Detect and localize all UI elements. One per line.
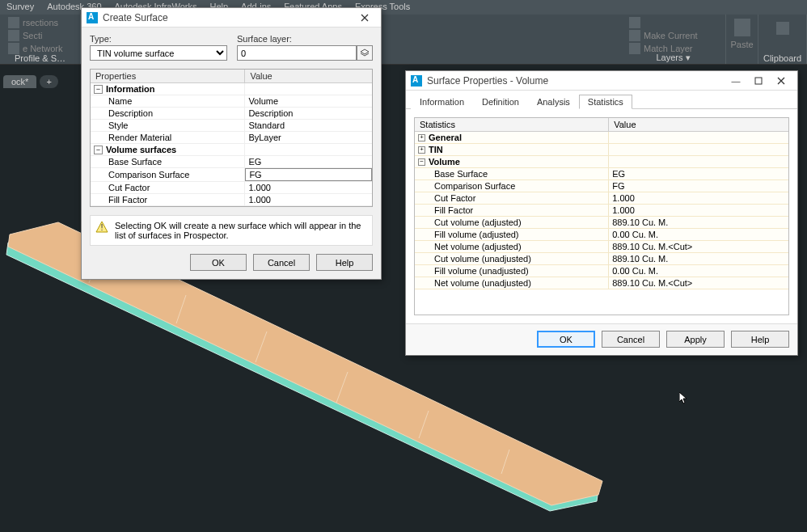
- stat-value: FG: [609, 180, 788, 192]
- clipboard-button[interactable]: [763, 21, 801, 36]
- grid-row[interactable]: Cut Factor1.000: [91, 182, 372, 194]
- col-value: Value: [245, 70, 372, 82]
- surface-layer-input[interactable]: [237, 45, 357, 61]
- stat-value: 889.10 Cu. M.<Cut>: [609, 241, 788, 252]
- grid-group[interactable]: +TIN: [415, 144, 788, 156]
- info-icon: !: [95, 221, 108, 234]
- cancel-button[interactable]: Cancel: [602, 331, 660, 348]
- svg-line-5: [336, 372, 348, 403]
- grid-row[interactable]: Base SurfaceEG: [91, 156, 372, 168]
- title-bar[interactable]: Create Surface: [82, 8, 381, 27]
- ribbon-item[interactable]: Secti: [5, 29, 75, 42]
- prop-value[interactable]: 1.000: [245, 194, 372, 205]
- ribbon-item[interactable]: [626, 16, 720, 29]
- generic-icon: [8, 30, 19, 41]
- grid-row[interactable]: Base SurfaceEG: [415, 168, 788, 180]
- svg-line-6: [419, 411, 429, 438]
- help-button[interactable]: Help: [731, 331, 789, 348]
- layer-browse-button[interactable]: [357, 45, 373, 61]
- ok-button[interactable]: OK: [537, 331, 595, 348]
- panel-label: Profile & S…: [0, 53, 80, 63]
- prop-value[interactable]: FG: [245, 168, 372, 181]
- paste-button[interactable]: Paste: [731, 18, 753, 50]
- stat-name: Fill Factor: [415, 205, 609, 216]
- stat-value: 889.10 Cu. M.: [609, 253, 788, 264]
- grid-row[interactable]: Fill Factor1.000: [91, 194, 372, 206]
- grid-group[interactable]: −Information: [91, 83, 372, 95]
- help-button[interactable]: Help: [316, 254, 373, 271]
- document-tab[interactable]: ock*: [3, 75, 36, 88]
- app-icon: [411, 75, 422, 87]
- ribbon-item-label: rsections: [23, 18, 58, 27]
- grid-group[interactable]: −Volume: [415, 156, 788, 168]
- close-icon: [777, 77, 785, 85]
- grid-header: Statistics Value: [415, 118, 788, 132]
- dialog-title: Create Surface: [103, 12, 353, 23]
- close-button[interactable]: [770, 73, 792, 89]
- close-button[interactable]: [353, 10, 376, 26]
- grid-row[interactable]: Fill Factor1.000: [415, 205, 788, 217]
- prop-name: Description: [91, 108, 245, 119]
- minimize-button[interactable]: —: [725, 73, 747, 89]
- prop-value[interactable]: ByLayer: [245, 132, 372, 143]
- ribbon-item-label: Make Current: [644, 31, 698, 40]
- prop-value[interactable]: EG: [245, 156, 372, 167]
- svg-line-7: [501, 450, 509, 474]
- surface-layer-label: Surface layer:: [237, 34, 373, 44]
- generic-icon: [8, 17, 19, 28]
- grid-row[interactable]: Comparison SurfaceFG: [415, 180, 788, 192]
- svg-line-4: [256, 331, 267, 362]
- svg-line-3: [176, 295, 186, 323]
- prop-name: Render Material: [91, 132, 245, 143]
- tab-analysis[interactable]: Analysis: [528, 95, 579, 109]
- ribbon-item[interactable]: rsections: [5, 16, 75, 29]
- col-value: Value: [609, 118, 788, 131]
- grid-row[interactable]: NameVolume: [91, 95, 372, 108]
- dialog-title: Surface Properties - Volume: [427, 75, 725, 87]
- dialog-buttons: OK Cancel Apply Help: [406, 323, 797, 354]
- clipboard-icon: [776, 22, 789, 35]
- panel-label[interactable]: Layers ▾: [621, 53, 725, 63]
- grid-row[interactable]: DescriptionDescription: [91, 108, 372, 120]
- tab-definition[interactable]: Definition: [473, 95, 528, 109]
- prop-name: Comparison Surface: [91, 168, 245, 181]
- new-tab-button[interactable]: +: [40, 75, 57, 88]
- ribbon-tab[interactable]: Survey: [0, 0, 40, 15]
- prop-value[interactable]: Description: [245, 108, 372, 119]
- grid-group[interactable]: −Volume surfaces: [91, 144, 372, 156]
- surface-properties-dialog: Surface Properties - Volume — Informatio…: [405, 70, 798, 356]
- grid-row[interactable]: Comparison SurfaceFG: [91, 168, 372, 182]
- prop-value[interactable]: Standard: [245, 120, 372, 131]
- grid-row[interactable]: Fill volume (adjusted)0.00 Cu. M.: [415, 229, 788, 241]
- grid-row[interactable]: Net volume (unadjusted)889.10 Cu. M.<Cut…: [415, 277, 788, 289]
- type-select[interactable]: TIN volume surface: [90, 45, 227, 61]
- grid-row[interactable]: Render MaterialByLayer: [91, 132, 372, 144]
- ribbon-panel-layers: Make Current Match Layer Layers ▾: [621, 15, 726, 64]
- grid-group[interactable]: +General: [415, 132, 788, 144]
- tab-information[interactable]: Information: [411, 95, 473, 109]
- grid-row[interactable]: StyleStandard: [91, 120, 372, 132]
- grid-row[interactable]: Cut volume (adjusted)889.10 Cu. M.: [415, 217, 788, 229]
- ribbon-panel-clipboard: Clipboard: [758, 15, 807, 64]
- collapse-icon: −: [94, 85, 103, 94]
- panel-label: Clipboard: [758, 53, 806, 63]
- cancel-button[interactable]: Cancel: [253, 254, 310, 271]
- ribbon-item[interactable]: Make Current: [626, 29, 720, 42]
- stat-value: 0.00 Cu. M.: [609, 265, 788, 277]
- maximize-button[interactable]: [747, 73, 770, 89]
- grid-row[interactable]: Cut Factor1.000: [415, 192, 788, 205]
- tab-statistics[interactable]: Statistics: [579, 95, 632, 109]
- cursor-icon: [679, 392, 692, 405]
- prop-value[interactable]: 1.000: [245, 182, 372, 193]
- stat-value: 889.10 Cu. M.<Cut>: [609, 277, 788, 289]
- title-bar[interactable]: Surface Properties - Volume —: [406, 71, 797, 91]
- col-properties: Properties: [91, 70, 245, 82]
- grid-row[interactable]: Cut volume (unadjusted)889.10 Cu. M.: [415, 253, 788, 265]
- apply-button[interactable]: Apply: [666, 331, 725, 348]
- expand-icon: +: [418, 146, 425, 154]
- grid-row[interactable]: Net volume (adjusted)889.10 Cu. M.<Cut>: [415, 241, 788, 253]
- ok-button[interactable]: OK: [190, 254, 247, 271]
- svg-text:!: !: [100, 222, 103, 232]
- grid-row[interactable]: Fill volume (unadjusted)0.00 Cu. M.: [415, 265, 788, 277]
- prop-value[interactable]: Volume: [245, 95, 372, 107]
